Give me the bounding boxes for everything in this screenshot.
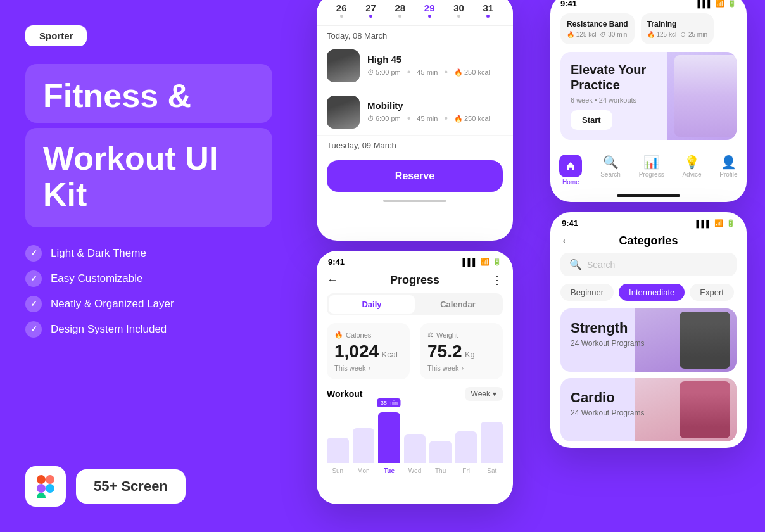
phone1-schedule: 26 27 28 29 30	[317, 0, 513, 241]
tab-daily[interactable]: Daily	[329, 295, 415, 314]
mini-card-cal-0: 🔥 125 kcl	[567, 31, 596, 38]
stats-row: 🔥 Calories 1,024 Kcal This week › ⚖ Weig…	[317, 323, 513, 379]
svg-rect-1	[46, 475, 54, 484]
category-card-strength[interactable]: Strength 24 Workout Programs	[560, 308, 737, 372]
cal-day-30: 30	[453, 3, 464, 18]
label-wed: Wed	[408, 467, 421, 474]
chip-expert[interactable]: Expert	[690, 284, 734, 301]
search-placeholder: Search	[587, 260, 615, 270]
middle-panel: 26 27 28 29 30	[298, 0, 532, 532]
elevate-start-button[interactable]: Start	[571, 110, 612, 130]
mini-card-title-1: Training	[647, 20, 707, 28]
strength-title: Strength	[571, 320, 645, 336]
left-panel: Sporter Fitness & Workout UI Kit Light &…	[0, 0, 298, 532]
phone4-categories: 9:41 ▌▌▌ 📶 🔋 ← Categories 🔍 Search Begin…	[550, 212, 747, 448]
feature-text-2: Neatly & Organized Layer	[51, 298, 174, 310]
svg-rect-0	[37, 475, 46, 484]
tab-switcher: Daily Calendar	[327, 293, 503, 315]
phone3-time: 9:41	[560, 0, 577, 8]
cardio-content: Cardio 24 Workout Programs	[560, 378, 655, 441]
feature-item-0: Light & Dark Theme	[25, 245, 272, 262]
cal-day-28: 28	[395, 3, 405, 18]
chip-beginner[interactable]: Beginner	[560, 284, 614, 301]
phone1-calendar: 26 27 28 29 30	[317, 0, 513, 26]
workout-item-1[interactable]: Mobility ⏱ 6:00 pm • 45 min • 🔥 250 kcal	[317, 89, 513, 136]
cal-day-29: 29	[424, 3, 435, 18]
feature-item-3: Design System Included	[25, 321, 272, 338]
home-icon-box	[559, 155, 582, 177]
cal-dot-29	[428, 15, 431, 18]
nav-profile[interactable]: 👤 Profile	[719, 155, 737, 186]
bar-thu	[429, 441, 452, 463]
person-silhouette-0	[327, 49, 360, 82]
nav-advice[interactable]: 💡 Advice	[682, 155, 701, 186]
cardio-person-img	[680, 381, 730, 438]
nav-progress[interactable]: 📊 Progress	[639, 155, 664, 186]
feature-text-3: Design System Included	[51, 323, 167, 336]
feature-item-2: Neatly & Organized Layer	[25, 296, 272, 312]
nav-home[interactable]: Home	[559, 155, 582, 186]
reserve-button[interactable]: Reserve	[327, 160, 503, 192]
bar-group-sat	[481, 422, 503, 463]
features-list: Light & Dark Theme Easy Customizable Nea…	[25, 245, 272, 338]
phone4-back-arrow[interactable]: ←	[560, 234, 572, 248]
workout-section-title: Workout	[327, 389, 363, 399]
calories-value: 1,024 Kcal	[334, 341, 402, 362]
workout-thumb-0	[327, 49, 360, 82]
workout-item-0[interactable]: High 45 ⏱ 5:00 pm • 45 min • 🔥 250 kcal	[317, 43, 513, 89]
mini-card-title-0: Resistance Band	[567, 20, 628, 28]
nav-label-profile: Profile	[719, 171, 737, 178]
strength-person-img	[680, 312, 730, 369]
cal-dot-27	[369, 15, 372, 18]
workout-thumb-1	[327, 96, 360, 129]
svg-rect-4	[37, 493, 46, 498]
back-arrow-2[interactable]: ←	[327, 274, 338, 287]
search-icon: 🔍	[569, 258, 582, 270]
bar-sun	[327, 438, 349, 463]
category-card-cardio[interactable]: Cardio 24 Workout Programs	[560, 378, 737, 441]
dots-menu-2[interactable]: ⋮	[491, 273, 503, 287]
bar-tue: 35 min	[378, 412, 400, 463]
feature-text-1: Easy Customizable	[51, 272, 143, 285]
check-icon-0	[25, 245, 42, 262]
elevate-sub: 6 week • 24 workouts	[571, 96, 656, 104]
right-panel: 9:41 ▌▌▌ 📶 🔋 Resistance Band 🔥 125 kcl ⏱…	[532, 0, 765, 532]
check-icon-1	[25, 270, 42, 287]
bar-group-tue: 35 min	[378, 412, 400, 463]
bar-fri	[455, 431, 477, 463]
weight-sub[interactable]: This week ›	[427, 364, 495, 372]
label-sat: Sat	[487, 467, 496, 474]
stat-card-weight: ⚖ Weight 75.2 Kg This week ›	[420, 323, 503, 379]
figma-icon-box	[25, 466, 66, 507]
mini-card-1[interactable]: Training 🔥 125 kcl ⏱ 25 min	[641, 13, 714, 44]
workout-cal-1: 🔥 250 kcal	[454, 115, 490, 123]
calories-sub[interactable]: This week ›	[334, 364, 402, 372]
mini-card-dur-1: ⏱ 25 min	[680, 31, 707, 38]
workout-meta-1: ⏱ 6:00 pm • 45 min • 🔥 250 kcal	[367, 113, 503, 124]
workout-info-1: Mobility ⏱ 6:00 pm • 45 min • 🔥 250 kcal	[367, 100, 503, 124]
chip-intermediate[interactable]: Intermediate	[619, 284, 685, 301]
check-icon-3	[25, 321, 42, 338]
mini-card-0[interactable]: Resistance Band 🔥 125 kcl ⏱ 30 min	[560, 13, 635, 44]
elevate-banner: Elevate Your Practice 6 week • 24 workou…	[560, 52, 737, 140]
home-icon	[566, 161, 576, 171]
calendar-days: 26 27 28 29 30	[327, 3, 503, 18]
svg-rect-2	[37, 484, 46, 493]
stat-card-calories: 🔥 Calories 1,024 Kcal This week ›	[327, 323, 410, 379]
tab-calendar[interactable]: Calendar	[415, 295, 501, 314]
search-bar[interactable]: 🔍 Search	[560, 253, 737, 276]
workout-section-header: Workout Week ▾	[317, 387, 513, 406]
label-thu: Thu	[435, 467, 446, 474]
workout-meta-0: ⏱ 5:00 pm • 45 min • 🔥 250 kcal	[367, 66, 503, 78]
week-selector[interactable]: Week ▾	[465, 387, 503, 401]
brand-badge: Sporter	[25, 25, 87, 46]
label-mon: Mon	[357, 467, 369, 474]
nav-label-home: Home	[562, 179, 579, 186]
nav-search[interactable]: 🔍 Search	[600, 155, 621, 186]
profile-nav-icon: 👤	[721, 155, 737, 170]
workout-time-0: ⏱ 5:00 pm	[367, 68, 401, 76]
headline-box2: Workout UI Kit	[25, 128, 272, 227]
bar-wed	[404, 434, 426, 463]
calories-label: 🔥 Calories	[334, 331, 402, 339]
phone2-status-icons: ▌▌▌ 📶 🔋	[463, 258, 502, 266]
